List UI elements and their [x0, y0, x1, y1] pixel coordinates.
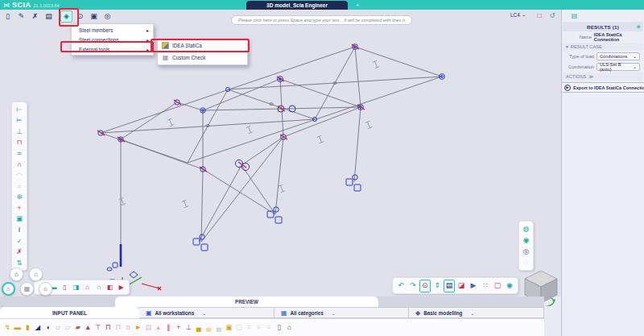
mass-group-icon[interactable]: ≡ [254, 321, 265, 334]
layers-globe-icon[interactable]: ◎ [520, 246, 532, 257]
document-tab[interactable]: 3D model_Scia Engineer [246, 1, 348, 10]
free-node-icon[interactable]: ↯ [2, 321, 13, 334]
menu-item-steel-connections[interactable]: Steel connections ▸ [72, 35, 153, 44]
menu-item-external-tools[interactable]: External tools ▸ [72, 44, 153, 54]
column-icon[interactable]: ▮ [23, 321, 33, 334]
search-input[interactable] [231, 15, 412, 25]
menu-item-steel-members[interactable]: Steel members ▸ [72, 25, 153, 35]
catalog-icon[interactable]: ⌂ [284, 321, 295, 334]
workstation-structure-icon[interactable]: ⌂ [10, 268, 23, 281]
line-load-icon[interactable]: ▄ [194, 321, 204, 334]
new-project-icon[interactable]: ▯ [2, 10, 14, 23]
dynamic-load-icon[interactable]: ≡ [264, 321, 275, 334]
display-mode-icon[interactable]: ▤ [444, 280, 455, 292]
plate-tool-icon[interactable]: ▯ [60, 281, 70, 293]
wall-icon[interactable]: ◖ [43, 321, 53, 334]
submenu-item-idea-statica[interactable]: IDEA StatiCa [158, 39, 247, 52]
actions-section[interactable]: ACTIONS ≫ [563, 73, 643, 81]
undo-icon[interactable]: ↺ [547, 10, 558, 21]
rectangle-icon[interactable]: ≍ [13, 147, 26, 159]
free-line-load-icon[interactable]: ▄ [214, 321, 225, 334]
intersection-icon[interactable]: ⊕ [13, 192, 26, 203]
search-project-icon[interactable]: ◎ [101, 10, 114, 23]
categories-dropdown[interactable]: ▦ All categories ⌄ [275, 307, 409, 318]
checkbox-display-icon[interactable]: ▢ [492, 280, 503, 292]
edit-project-icon[interactable]: ✎ [15, 10, 27, 23]
print-results-icon[interactable]: ▤ [569, 10, 580, 21]
render-style-icon[interactable]: ▶ [468, 280, 479, 292]
frame-tool-icon[interactable]: ⌂ [82, 281, 93, 293]
moment-load-icon[interactable]: ▤ [143, 321, 154, 334]
haunch-icon[interactable]: ▰ [73, 321, 84, 334]
arch-tool-icon[interactable]: ∩ [93, 281, 104, 293]
preview-tab[interactable]: PREVIEW [115, 297, 378, 307]
check-structure-icon[interactable]: ✓ [13, 235, 26, 247]
type-of-load-dropdown[interactable]: Combinations ⌄ [597, 52, 640, 60]
spline-icon[interactable]: ≈ [13, 180, 26, 192]
panel-tool-icon[interactable]: ◧ [105, 281, 115, 293]
selection-display-icon[interactable]: ⊙ [419, 280, 431, 292]
workstation-results-icon[interactable]: ⌂ [39, 282, 52, 296]
align-nodes-icon[interactable]: ⊥ [13, 126, 26, 137]
point-support-icon[interactable]: ⊥ [184, 321, 194, 334]
table-input-icon[interactable]: I [13, 225, 26, 236]
export-idea-statica-action[interactable]: ▶ Export to IDEA StatiCa Connection [562, 82, 644, 93]
tools-icon[interactable]: ✗ [29, 10, 41, 23]
opening-icon[interactable]: ▱ [63, 321, 73, 334]
input-panel-tab[interactable]: INPUT PANEL [0, 307, 139, 318]
result-case-section[interactable]: ▾ RESULT CASE [563, 43, 643, 51]
results-badge-icon[interactable]: ◈ [637, 23, 641, 30]
view-eye-icon[interactable]: ⊙ [74, 10, 86, 23]
snap-settings-icon[interactable]: + [13, 202, 26, 214]
view-globe-icon[interactable]: ◉ [520, 234, 532, 246]
rotate-view-left-icon[interactable]: ↶ [395, 280, 407, 292]
workstations-dropdown[interactable]: ▣ All workstations ⌄ [139, 307, 275, 318]
point-load-icon[interactable]: ► [134, 321, 144, 334]
new-tab-button[interactable]: + [353, 1, 362, 10]
polyline-icon[interactable]: ⊓ [13, 137, 26, 148]
workstation-steel-icon[interactable]: ⌂ [2, 282, 15, 296]
mass-icon[interactable]: ≡ [244, 321, 254, 334]
fit-height-icon[interactable]: ⇕ [431, 280, 443, 292]
rigid-arm-icon[interactable]: Π [114, 321, 124, 334]
wall-tool-icon[interactable]: ◨ [71, 281, 81, 293]
storage-box-icon[interactable]: ▣ [88, 10, 100, 23]
merge-nodes-icon[interactable]: ⊨ [13, 115, 26, 127]
visibility-eye-icon[interactable]: ◉ [504, 280, 515, 292]
hinge-icon[interactable]: ⊤ [93, 321, 104, 334]
storey-icon[interactable]: ▯ [275, 321, 285, 334]
load-tool-icon[interactable]: ▶ [116, 281, 126, 293]
circle-icon[interactable]: ◠ [13, 170, 26, 181]
connect-members-icon[interactable]: π [123, 321, 134, 334]
free-load-icon[interactable]: ▲ [154, 321, 164, 334]
steel-menu-icon[interactable]: ◈ [60, 10, 72, 23]
workstation-loads-icon[interactable]: ⌂ [29, 268, 43, 281]
cross-link-icon[interactable]: Π [103, 321, 114, 334]
clip-box-icon[interactable]: ◪ [456, 280, 467, 292]
support-icon[interactable]: ▲ [83, 321, 93, 334]
support-symbols [107, 175, 361, 271]
section-box-icon[interactable]: ▣ [13, 214, 26, 225]
zoom-selection-icon[interactable]: ◍ [520, 223, 532, 234]
load-case-dropdown[interactable]: LC4 ⌄ [510, 11, 526, 18]
selection-square-icon[interactable]: □ [534, 10, 545, 21]
arc-icon[interactable]: ∩ [13, 159, 26, 170]
combination-icon[interactable]: + [174, 321, 184, 334]
rotate-view-right-icon[interactable]: ↷ [407, 280, 419, 292]
snap-grid-icon[interactable]: ∷ [480, 280, 491, 292]
combination-dropdown[interactable]: ULS-Set B (auto) ⌄ [597, 63, 640, 71]
load-group-icon[interactable]: ▢ [234, 321, 245, 334]
move-node-icon[interactable]: ⊢ [13, 104, 26, 115]
delete-icon[interactable]: ✗ [13, 247, 26, 258]
modelling-dropdown[interactable]: ◆ Basic modelling ⌄ [409, 307, 544, 318]
inactive-tool-icon[interactable]: ◌ [520, 257, 532, 268]
line-support-icon[interactable]: ∥ [163, 321, 174, 334]
load-case-icon[interactable]: ▣ [224, 321, 234, 334]
print-icon[interactable]: ▤ [43, 10, 55, 23]
surface-load-icon[interactable]: ▄ [204, 321, 214, 334]
submenu-item-custom-check[interactable]: ▦ Custom Check [158, 52, 247, 64]
wheel-center-icon[interactable]: ▦ [20, 282, 34, 296]
slab-icon[interactable]: ◢ [33, 321, 43, 334]
panel-icon[interactable]: ▱ [53, 321, 64, 334]
beam-icon[interactable]: ▬ [13, 321, 23, 334]
